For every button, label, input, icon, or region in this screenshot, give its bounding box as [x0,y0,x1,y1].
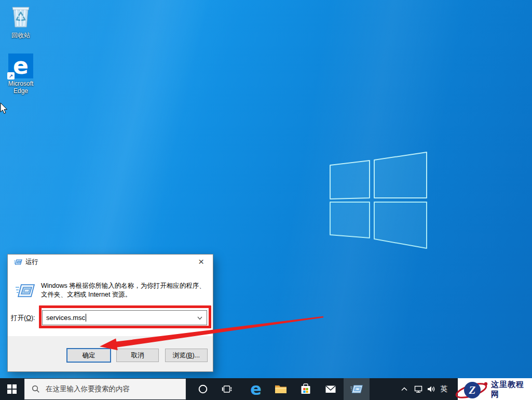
search-placeholder: 在这里输入你要搜索的内容 [46,384,130,394]
open-field-label: 打开(O): [11,314,35,323]
run-app-icon [350,383,363,395]
start-button[interactable] [0,378,24,400]
site-watermark: Z 这里教程网 herecours.com [458,378,532,400]
cortana-icon [198,384,208,394]
hidden-icons-chevron[interactable] [398,378,411,400]
microsoft-store-icon [300,383,311,395]
taskbar-edge-button[interactable]: e [244,378,268,400]
desktop-screen: 回收站 e ↗ Microsoft Edge 运行 × [0,0,532,400]
chevron-up-icon [401,386,408,392]
watermark-texts: 这里教程网 herecours.com [491,380,532,400]
watermark-logo-icon: Z [449,377,490,400]
run-icon-large [15,281,36,301]
file-explorer-button[interactable] [269,378,293,400]
browse-button[interactable]: 浏览(B)... [165,349,208,362]
edge-icon: e [250,381,262,397]
cancel-button[interactable]: 取消 [116,349,159,362]
desktop-icon-recycle-bin[interactable]: 回收站 [3,4,39,39]
mail-button[interactable] [319,378,343,400]
desktop-icon-label: 回收站 [3,32,39,39]
shortcut-arrow-icon: ↗ [7,72,15,79]
watermark-logo-letter: Z [469,384,476,396]
watermark-site-name: 这里教程网 [491,380,532,399]
taskbar-run-app-button-active[interactable] [344,378,370,400]
edge-tile: e ↗ [8,54,33,78]
speaker-icon [427,385,436,393]
description-line-1: Windows 将根据你所输入的名称，为你打开相应的程序、 [41,282,208,290]
cortana-button[interactable] [191,378,215,400]
description-line-2: 文件夹、文档或 Internet 资源。 [41,290,208,299]
search-icon [32,385,40,393]
windows-start-icon [7,384,17,394]
close-button[interactable]: × [189,255,213,269]
close-icon: × [198,256,204,268]
run-icon [14,259,22,266]
ok-button[interactable]: 确定 [66,348,111,363]
network-icon [414,385,423,393]
mouse-cursor [0,103,10,116]
run-dialog-description: Windows 将根据你所输入的名称，为你打开相应的程序、 文件夹、文档或 In… [41,282,208,299]
microsoft-store-button[interactable] [294,378,318,400]
task-view-icon [222,384,232,394]
edge-e-icon: e [13,55,29,77]
desktop-icon-microsoft-edge[interactable]: e ↗ Microsoft Edge [3,54,39,95]
desktop-icon-label: Microsoft Edge [3,80,39,95]
task-view-button[interactable] [215,378,239,400]
run-dialog-title: 运行 [25,258,38,266]
ime-indicator[interactable]: 英 [438,378,450,400]
taskbar-search-input[interactable]: 在这里输入你要搜索的内容 [24,379,186,399]
volume-tray-icon[interactable] [425,378,438,400]
annotation-highlight-rectangle [39,305,211,328]
recycle-bin-icon [10,4,31,28]
run-dialog-titlebar[interactable]: 运行 × [8,255,213,270]
network-tray-icon[interactable] [412,378,425,400]
file-explorer-icon [275,384,287,394]
mail-icon [325,384,336,394]
